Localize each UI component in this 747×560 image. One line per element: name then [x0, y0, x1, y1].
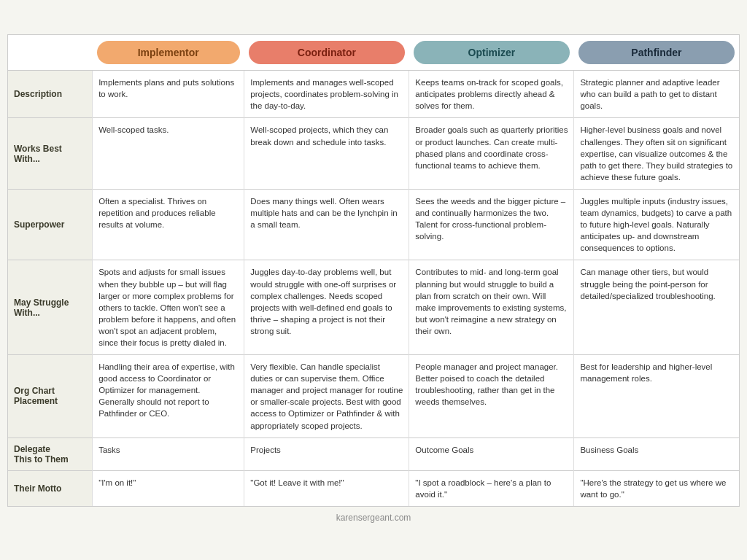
table-row: SuperpowerOften a specialist. Thrives on…	[8, 189, 739, 260]
header-implementor: Implementor	[93, 35, 244, 71]
footer-text: karensergeant.com	[336, 513, 411, 523]
row-label-6: Their Motto	[8, 470, 93, 506]
implementor-badge: Implementor	[97, 41, 240, 64]
row-3-cell-1: Juggles day-to-day problems well, but wo…	[244, 260, 409, 355]
row-6-cell-1: "Got it! Leave it with me!"	[244, 470, 409, 506]
row-3-cell-0: Spots and adjusts for small issues when …	[93, 260, 244, 355]
row-5-cell-2: Outcome Goals	[409, 438, 574, 470]
optimizer-badge: Optimizer	[414, 41, 570, 64]
coordinator-badge: Coordinator	[249, 41, 405, 64]
row-label-1: Works Best With...	[8, 118, 93, 189]
row-5-cell-1: Projects	[244, 438, 409, 470]
table-body: DescriptionImplements plans and puts sol…	[8, 71, 739, 506]
comparison-table: Implementor Coordinator Optimizer Pathfi…	[8, 35, 739, 506]
row-1-cell-2: Broader goals such as quarterly prioriti…	[409, 118, 574, 189]
table-row: DescriptionImplements plans and puts sol…	[8, 71, 739, 118]
row-5-cell-3: Business Goals	[574, 438, 739, 470]
pathfinder-badge: Pathfinder	[578, 41, 735, 64]
row-1-cell-0: Well-scoped tasks.	[93, 118, 244, 189]
row-2-cell-1: Does many things well. Often wears multi…	[244, 189, 409, 260]
row-6-cell-3: "Here's the strategy to get us where we …	[574, 470, 739, 506]
row-4-cell-3: Best for leadership and higher-level man…	[574, 355, 739, 438]
row-4-cell-1: Very flexible. Can handle specialist dut…	[244, 355, 409, 438]
header-pathfinder: Pathfinder	[574, 35, 739, 71]
header-coordinator: Coordinator	[244, 35, 409, 71]
table-row: May Struggle With...Spots and adjusts fo…	[8, 260, 739, 355]
row-1-cell-3: Higher-level business goals and novel ch…	[574, 118, 739, 189]
table-row: Their Motto"I'm on it!""Got it! Leave it…	[8, 470, 739, 506]
row-5-cell-0: Tasks	[93, 438, 244, 470]
row-0-cell-1: Implements and manages well-scoped proje…	[244, 71, 409, 118]
row-1-cell-1: Well-scoped projects, which they can bre…	[244, 118, 409, 189]
header-optimizer: Optimizer	[409, 35, 574, 71]
header-label-cell	[8, 35, 93, 71]
row-label-0: Description	[8, 71, 93, 118]
row-4-cell-2: People manager and project manager. Bett…	[409, 355, 574, 438]
row-6-cell-0: "I'm on it!"	[93, 470, 244, 506]
row-3-cell-3: Can manage other tiers, but would strugg…	[574, 260, 739, 355]
row-label-3: May Struggle With...	[8, 260, 93, 355]
table-wrapper: Implementor Coordinator Optimizer Pathfi…	[7, 34, 740, 507]
row-2-cell-0: Often a specialist. Thrives on repetitio…	[93, 189, 244, 260]
row-3-cell-2: Contributes to mid- and long-term goal p…	[409, 260, 574, 355]
table-row: Delegate This to ThemTasksProjectsOutcom…	[8, 438, 739, 470]
row-2-cell-3: Juggles multiple inputs (industry issues…	[574, 189, 739, 260]
footer: karensergeant.com	[7, 507, 740, 526]
table-row: Org Chart PlacementHandling their area o…	[8, 355, 739, 438]
row-2-cell-2: Sees the weeds and the bigger picture – …	[409, 189, 574, 260]
row-0-cell-2: Keeps teams on-track for scoped goals, a…	[409, 71, 574, 118]
comparison-table-container: Implementor Coordinator Optimizer Pathfi…	[7, 34, 740, 526]
table-row: Works Best With...Well-scoped tasks.Well…	[8, 118, 739, 189]
header-row: Implementor Coordinator Optimizer Pathfi…	[8, 35, 739, 71]
row-label-4: Org Chart Placement	[8, 355, 93, 438]
row-label-5: Delegate This to Them	[8, 438, 93, 470]
row-4-cell-0: Handling their area of expertise, with g…	[93, 355, 244, 438]
row-0-cell-3: Strategic planner and adaptive leader wh…	[574, 71, 739, 118]
row-label-2: Superpower	[8, 189, 93, 260]
row-0-cell-0: Implements plans and puts solutions to w…	[93, 71, 244, 118]
row-6-cell-2: "I spot a roadblock – here's a plan to a…	[409, 470, 574, 506]
